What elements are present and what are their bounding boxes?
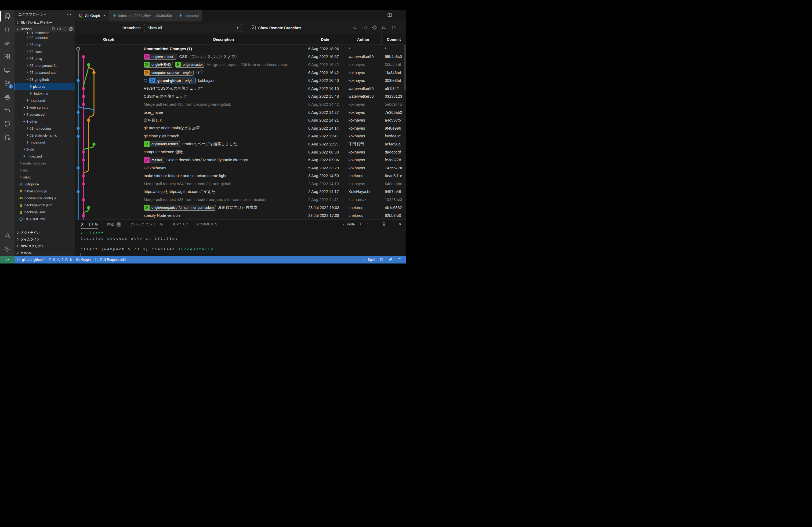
commit-row-21[interactable]: origin/reorganize-for-summer-curriculum夏…: [75, 204, 406, 212]
commit-row-10[interactable]: 文を直した6 Aug 2022 14:21kokhayasa4c538fb: [75, 116, 406, 124]
tree-folder-06-anonymous-f-[interactable]: 06-anonymous-f...: [14, 62, 75, 69]
status-problems[interactable]: 008: [46, 256, 74, 264]
tree-folder-8-other[interactable]: 8-other: [14, 118, 75, 125]
panel-trash-button[interactable]: [382, 222, 386, 227]
terminal-output[interactable]: ✔ Client Compiled successfully in 202.08…: [75, 229, 406, 257]
commit-row-17[interactable]: make sidebar foldable and set prism them…: [75, 172, 406, 180]
activitybar-item-pull-request[interactable]: [0, 131, 14, 144]
commit-row-12[interactable]: git cloneとgit branch6 Aug 2022 11:43kokh…: [75, 132, 406, 140]
commit-row-1[interactable]: Uncommitted Changes (1)6 Aug 2022 18:06*…: [75, 45, 406, 53]
tree-folder-node-modules[interactable]: node_modules: [14, 160, 75, 167]
tree-folder-01-inspector[interactable]: 01-inspector: [14, 31, 75, 34]
commit-row-22[interactable]: specify Node version23 Jul 2022 17:09che…: [75, 211, 406, 220]
commit-row-6[interactable]: Revert "CSSの節の画像チェック"6 Aug 2022 16:10wat…: [75, 85, 406, 93]
refresh-button[interactable]: [391, 25, 396, 31]
commit-row-20[interactable]: Merge pull request #33 from ut-code/reor…: [75, 196, 406, 204]
activitybar-item-docker[interactable]: [0, 90, 14, 104]
sidebar-section-npm-スクリプト[interactable]: NPM スクリプト: [14, 243, 75, 249]
activitybar-item-github[interactable]: [0, 117, 14, 131]
explorer-more-icon[interactable]: ⋯: [67, 12, 71, 17]
commit-row-9[interactable]: user_name6 Aug 2022 14:27kokhayas7e306ab…: [75, 108, 406, 117]
branches-dropdown[interactable]: Show All ▼: [144, 24, 242, 32]
terminal-box-button[interactable]: [362, 25, 367, 31]
branch-badge[interactable]: computer-scienceorigin: [144, 70, 193, 76]
branch-badge[interactable]: origin/css-test1: [144, 54, 177, 60]
commit-row-7[interactable]: CSSの節の画像チェック6 Aug 2022 15:48waterwalker5…: [75, 93, 406, 101]
commit-row-3[interactable]: origin/HEADorigin/masterMerge pull reque…: [75, 61, 406, 69]
panel-tab-comments[interactable]: COMMENTS: [197, 220, 217, 229]
sidebar-section-mysql[interactable]: MYSQL: [14, 249, 75, 256]
commit-row-4[interactable]: computer-scienceorigin誤字6 Aug 2022 16:42…: [75, 69, 406, 77]
column-header-date[interactable]: Date: [305, 34, 345, 45]
panel-tab-jupyter[interactable]: JUPYTER: [172, 220, 188, 229]
open-editors-section[interactable]: 開いているエディター: [14, 19, 75, 26]
activitybar-item-explorer[interactable]: [0, 10, 14, 23]
activitybar-item-undo[interactable]: [0, 104, 14, 117]
status-copilot[interactable]: [377, 256, 386, 264]
column-header-commit[interactable]: Commit: [381, 34, 406, 45]
tab-index-md-1[interactable]: index.md (003fe35d^ ↔ 003fe35d): [109, 10, 176, 21]
tree-folder-02-constant[interactable]: 02-constant: [14, 34, 75, 41]
branch-badge[interactable]: master: [144, 157, 164, 163]
activitybar-item-source-control[interactable]: 1: [0, 77, 14, 90]
panel-split-button[interactable]: [374, 222, 378, 227]
tree-folder-02-static-dynamic[interactable]: 02-static-dynamic: [14, 132, 75, 139]
activitybar-item-remote-explorer[interactable]: [0, 63, 14, 77]
commit-row-13[interactable]: origin/add-renderrenderのページを編集しました6 Aug …: [75, 140, 406, 148]
column-header-description[interactable]: Description: [142, 34, 305, 45]
close-icon[interactable]: ×: [103, 13, 105, 18]
commit-row-19[interactable]: https://.co.jpをhttps://github.comに変えた2 A…: [75, 188, 406, 196]
panel-plus-button[interactable]: [359, 222, 363, 227]
activitybar-item-run-debug[interactable]: [0, 36, 14, 50]
tree-file-package-lock-json[interactable]: {}package-lock.json: [14, 201, 75, 209]
tree-folder-4-advanced[interactable]: 4-advanced: [14, 111, 75, 118]
activitybar-item-search[interactable]: [0, 23, 14, 36]
branch-badge[interactable]: origin/HEAD: [144, 62, 173, 67]
tree-file-index-md[interactable]: index.md: [14, 90, 75, 97]
commit-row-15[interactable]: masterDelete docs/8-other/02-static-dyna…: [75, 156, 406, 164]
tree-file-index-md[interactable]: index.md: [14, 139, 75, 146]
remote-indicator[interactable]: [0, 256, 14, 264]
sidebar-section-タイムライン[interactable]: タイムライン: [14, 236, 75, 243]
tree-file-index-md[interactable]: index.md: [14, 153, 75, 160]
commit-row-8[interactable]: Merge pull request #35 from ut-code/git-…: [75, 100, 406, 108]
tree-file-babel-config-js[interactable]: Bbabel.config.js: [14, 187, 75, 195]
tree-file-readme-md[interactable]: README.md: [14, 215, 75, 223]
activitybar-item-extensions[interactable]: [0, 50, 14, 63]
tab-index-md-2[interactable]: index.md: [175, 10, 202, 21]
branch-badge[interactable]: origin/add-render: [144, 141, 180, 147]
commit-row-14[interactable]: computer science 俯瞰6 Aug 2022 08:30kokha…: [75, 148, 406, 156]
panel-chevron-up-button[interactable]: [390, 222, 394, 227]
branch-badge[interactable]: git-and-githuborigin: [149, 77, 196, 84]
commit-row-5[interactable]: git-and-githuboriginkokhayas6 Aug 2022 1…: [75, 76, 406, 85]
tree-folder-04-class[interactable]: 04-class: [14, 48, 75, 55]
tree-file--gitignore[interactable]: .gitignore: [14, 181, 75, 187]
branch-badge[interactable]: origin/reorganize-for-summer-curriculum: [144, 205, 216, 211]
status-spell[interactable]: Spell: [360, 256, 377, 264]
tree-folder-08-git-github[interactable]: 08-git-github: [14, 76, 75, 83]
column-header-graph[interactable]: Graph: [75, 34, 142, 45]
panel-tab-デバッグ-コンソール[interactable]: デバッグ コンソール: [130, 220, 163, 229]
tree-folder-07-advanced-css[interactable]: 07-advanced-css: [14, 69, 75, 76]
tree-folder-01-not-coding[interactable]: 01-not-coding: [14, 125, 75, 132]
commit-row-2[interactable]: origin/css-test1CSS（フレックスボックスまで）6 Aug 20…: [75, 53, 406, 61]
tree-folder-pictures[interactable]: pictures: [14, 83, 75, 90]
tree-folder-static[interactable]: static: [14, 174, 75, 181]
commit-row-11[interactable]: git merge origin mainなどを加筆6 Aug 2022 14:…: [75, 124, 406, 132]
show-remote-branches-checkbox[interactable]: ✓: [251, 26, 256, 30]
tree-file-docusaurus-config-js[interactable]: JSdocusaurus.config.js: [14, 195, 75, 201]
branch-badge[interactable]: origin/master: [175, 62, 205, 67]
activitybar-item-settings[interactable]: [0, 243, 14, 256]
panel-tab-問題[interactable]: 問題8: [107, 220, 121, 229]
column-header-author[interactable]: Author: [345, 34, 381, 45]
vertical-scrollbar[interactable]: [404, 45, 406, 90]
panel-tab-ターミナル[interactable]: ターミナル: [81, 220, 98, 229]
panel-close-button[interactable]: [398, 222, 402, 227]
status-feedback[interactable]: [386, 256, 395, 264]
tree-folder-9-old[interactable]: 9-old: [14, 146, 75, 153]
gear-button[interactable]: [372, 25, 377, 31]
sidebar-section-アウトライン[interactable]: アウトライン: [14, 229, 75, 236]
commit-row-18[interactable]: Merge pull request #34 from ut-code/git-…: [75, 180, 406, 188]
status-branch[interactable]: git-and-github*: [14, 256, 46, 264]
status-pull-request[interactable]: Pull Request #34: [93, 256, 128, 264]
